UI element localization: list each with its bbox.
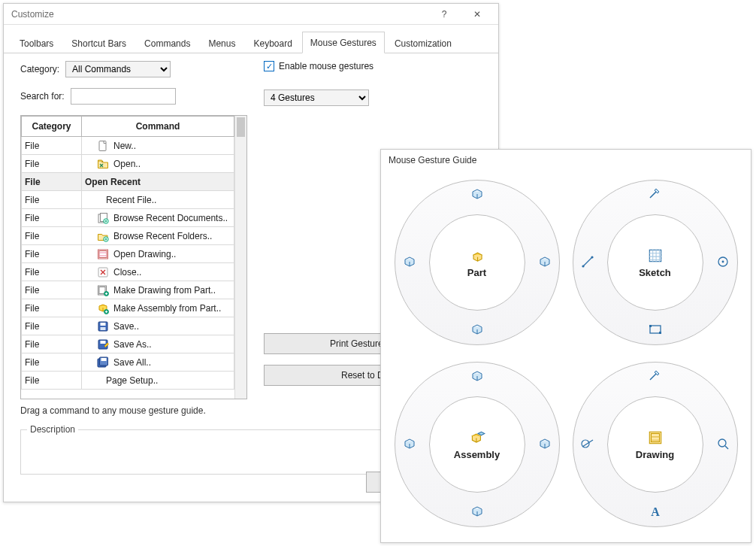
gesture-slot-left[interactable] xyxy=(401,253,419,271)
table-row[interactable]: FileSave As.. xyxy=(22,335,234,353)
ruler-icon xyxy=(648,369,663,386)
tab-keyboard[interactable]: Keyboard xyxy=(245,32,300,53)
cell-command: Browse Recent Documents.. xyxy=(82,209,234,227)
close-button[interactable]: ✕ xyxy=(461,5,494,24)
enable-gestures-checkbox[interactable]: ✓ Enable mouse gestures xyxy=(264,61,488,71)
table-row[interactable]: FileBrowse Recent Folders.. xyxy=(22,227,234,245)
ring-label: Assembly xyxy=(454,449,500,460)
save-icon xyxy=(97,320,109,332)
command-label: Browse Recent Folders.. xyxy=(113,231,212,241)
gesture-slot-top[interactable] xyxy=(468,368,486,386)
circle-icon xyxy=(715,254,730,271)
table-row[interactable]: FileSave.. xyxy=(22,317,234,335)
gesture-slot-left[interactable] xyxy=(579,253,597,271)
gesture-slot-bottom[interactable] xyxy=(468,503,486,521)
cell-category: File xyxy=(22,137,82,155)
ring-inner: Assembly xyxy=(429,396,525,493)
sketch-icon xyxy=(647,247,664,264)
command-label: Close.. xyxy=(113,267,141,278)
scrollbar[interactable] xyxy=(234,116,246,399)
help-button[interactable]: ? xyxy=(428,5,461,24)
saveas-icon xyxy=(97,338,109,350)
cell-category: File xyxy=(22,227,82,245)
close-icon xyxy=(97,266,109,278)
cell-command: Browse Recent Folders.. xyxy=(82,227,234,245)
dialog-title: Customize xyxy=(11,9,428,20)
cell-category: File xyxy=(22,173,82,191)
col-command[interactable]: Command xyxy=(82,117,234,137)
gestures-select[interactable]: 4 Gestures xyxy=(264,89,369,106)
cell-category: File xyxy=(22,335,82,353)
cube-icon xyxy=(537,254,552,271)
table-row[interactable]: FileOpen Recent xyxy=(22,173,234,191)
part-icon xyxy=(469,247,485,264)
saveall-icon xyxy=(97,356,109,369)
gesture-slot-right[interactable] xyxy=(714,253,732,271)
magnify-icon xyxy=(715,436,730,453)
cube-icon xyxy=(470,369,485,386)
cell-category: File xyxy=(22,299,82,317)
line-icon xyxy=(580,254,595,271)
ring-inner: Sketch xyxy=(607,214,703,311)
cell-command: Make Assembly from Part.. xyxy=(82,299,234,317)
titlebar: Customize ? ✕ xyxy=(4,4,498,25)
command-label: Save All.. xyxy=(113,357,151,368)
cell-category: File xyxy=(22,353,82,372)
ring-label: Sketch xyxy=(639,267,671,278)
table-row[interactable]: FileClose.. xyxy=(22,263,234,281)
gesture-slot-bottom[interactable] xyxy=(468,321,486,339)
gesture-slot-top[interactable] xyxy=(468,186,486,204)
enable-gestures-label: Enable mouse gestures xyxy=(279,61,373,71)
ring-part: Part xyxy=(389,172,565,353)
command-label: Make Assembly from Part.. xyxy=(113,303,221,314)
gesture-slot-top[interactable] xyxy=(646,368,664,386)
command-label: Open Drawing.. xyxy=(113,249,176,259)
guide-title: Mouse Gesture Guide xyxy=(389,155,746,165)
command-label: Open.. xyxy=(113,159,141,169)
command-label: Browse Recent Documents.. xyxy=(113,213,228,223)
tab-customization[interactable]: Customization xyxy=(386,32,460,53)
table-row[interactable]: FileMake Drawing from Part.. xyxy=(22,281,234,299)
gesture-slot-right[interactable] xyxy=(714,435,732,453)
cube-icon xyxy=(537,436,552,453)
col-category[interactable]: Category xyxy=(22,117,82,137)
gesture-slot-bottom[interactable] xyxy=(646,503,664,521)
cube-icon xyxy=(470,504,485,521)
search-input[interactable] xyxy=(71,88,176,105)
category-select[interactable]: All Commands xyxy=(65,61,171,77)
command-label: Save As.. xyxy=(113,339,152,350)
command-label: Open Recent xyxy=(85,177,141,187)
gesture-slot-right[interactable] xyxy=(536,435,554,453)
command-label: New.. xyxy=(113,141,136,151)
drawing-sheet-icon xyxy=(647,429,664,446)
cell-command: Open.. xyxy=(82,155,234,173)
left-column: Category: All Commands Search for: Categ… xyxy=(20,61,246,416)
table-row[interactable]: FileOpen.. xyxy=(22,155,234,173)
tab-shortcut-bars[interactable]: Shortcut Bars xyxy=(63,32,135,53)
table-row[interactable]: FileMake Assembly from Part.. xyxy=(22,299,234,317)
tab-mouse-gestures[interactable]: Mouse Gestures xyxy=(302,32,385,53)
table-row[interactable]: FileRecent File.. xyxy=(22,191,234,209)
rect-icon xyxy=(648,322,663,339)
table-row[interactable]: FileOpen Drawing.. xyxy=(22,245,234,263)
gesture-slot-left[interactable] xyxy=(579,435,597,453)
gesture-slot-bottom[interactable] xyxy=(646,321,664,339)
table-row[interactable]: FileSave All.. xyxy=(22,353,234,372)
scrollbar-thumb[interactable] xyxy=(237,117,245,137)
cell-category: File xyxy=(22,317,82,335)
table-row[interactable]: FileBrowse Recent Documents.. xyxy=(22,209,234,227)
cell-command: Close.. xyxy=(82,263,234,281)
guide-titlebar: Mouse Gesture Guide xyxy=(381,150,751,171)
table-row[interactable]: FilePage Setup.. xyxy=(22,372,234,390)
tab-menus[interactable]: Menus xyxy=(200,32,243,53)
gesture-slot-right[interactable] xyxy=(536,253,554,271)
table-row[interactable]: FileNew.. xyxy=(22,137,234,155)
gesture-slot-left[interactable] xyxy=(401,435,419,453)
tab-commands[interactable]: Commands xyxy=(136,32,198,53)
gesture-slot-top[interactable] xyxy=(646,186,664,204)
command-label: Save.. xyxy=(113,321,139,332)
cell-command: New.. xyxy=(82,137,234,155)
ring-drawing: Drawing xyxy=(567,354,743,535)
cube-icon xyxy=(402,254,417,271)
tab-toolbars[interactable]: Toolbars xyxy=(11,32,62,53)
